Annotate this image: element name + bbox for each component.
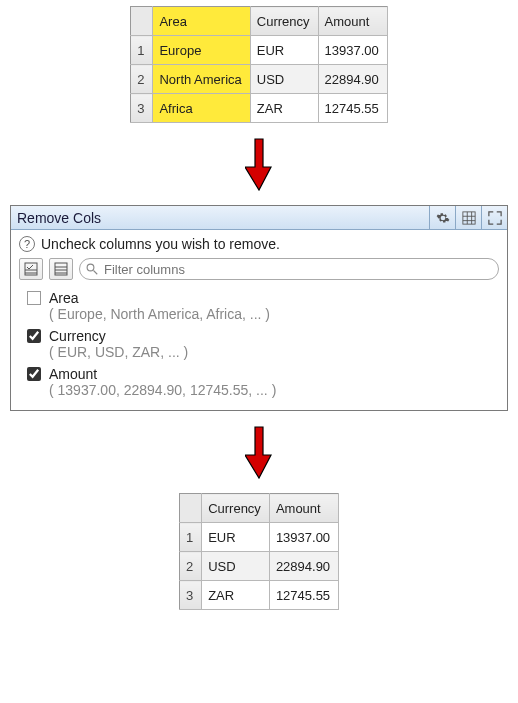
checkbox-currency[interactable] — [27, 329, 41, 343]
table-row: 3 Africa ZAR 12745.55 — [131, 94, 388, 123]
cell[interactable]: ZAR — [202, 581, 270, 610]
svg-point-7 — [87, 264, 94, 271]
instruction-text: Uncheck columns you wish to remove. — [41, 236, 280, 252]
remove-cols-panel: Remove Cols ? Uncheck columns you wish t… — [10, 205, 508, 411]
corner-cell — [179, 494, 201, 523]
table-row: 1 EUR 13937.00 — [179, 523, 338, 552]
row-header[interactable]: 1 — [179, 523, 201, 552]
row-header[interactable]: 2 — [131, 65, 153, 94]
grid-icon[interactable] — [455, 206, 481, 229]
svg-rect-0 — [462, 211, 474, 223]
cell[interactable]: 22894.90 — [269, 552, 338, 581]
col-header[interactable]: Currency — [250, 7, 318, 36]
panel-titlebar: Remove Cols — [11, 206, 507, 230]
select-all-button[interactable] — [19, 258, 43, 280]
column-name: Amount — [49, 366, 97, 382]
svg-line-8 — [94, 271, 98, 275]
row-header[interactable]: 3 — [179, 581, 201, 610]
table-row: 2 North America USD 22894.90 — [131, 65, 388, 94]
col-header[interactable]: Amount — [269, 494, 338, 523]
row-header[interactable]: 3 — [131, 94, 153, 123]
search-icon — [86, 263, 98, 275]
column-name: Area — [49, 290, 79, 306]
instruction-row: ? Uncheck columns you wish to remove. — [11, 230, 507, 256]
table-row: 2 USD 22894.90 — [179, 552, 338, 581]
panel-title: Remove Cols — [11, 206, 429, 229]
column-item-area: Area ( Europe, North America, Africa, ..… — [27, 288, 503, 326]
col-header[interactable]: Currency — [202, 494, 270, 523]
cell[interactable]: USD — [202, 552, 270, 581]
cell[interactable]: Africa — [153, 94, 250, 123]
column-name: Currency — [49, 328, 106, 344]
filter-input-wrap — [79, 258, 499, 280]
cell[interactable]: North America — [153, 65, 250, 94]
row-header[interactable]: 1 — [131, 36, 153, 65]
table-row: 1 Europe EUR 13937.00 — [131, 36, 388, 65]
cell[interactable]: ZAR — [250, 94, 318, 123]
cell[interactable]: USD — [250, 65, 318, 94]
filter-input[interactable] — [102, 261, 490, 278]
cell[interactable]: 12745.55 — [269, 581, 338, 610]
column-item-amount: Amount ( 13937.00, 22894.90, 12745.55, .… — [27, 364, 503, 402]
cell[interactable]: 13937.00 — [269, 523, 338, 552]
column-list: Area ( Europe, North America, Africa, ..… — [11, 286, 507, 410]
table-after: Currency Amount 1 EUR 13937.00 2 USD 228… — [179, 493, 339, 610]
cell[interactable]: Europe — [153, 36, 250, 65]
row-header[interactable]: 2 — [179, 552, 201, 581]
col-header[interactable]: Area — [153, 7, 250, 36]
cell[interactable]: 12745.55 — [318, 94, 387, 123]
table-row: 3 ZAR 12745.55 — [179, 581, 338, 610]
cell[interactable]: 22894.90 — [318, 65, 387, 94]
col-header[interactable]: Amount — [318, 7, 387, 36]
cell[interactable]: 13937.00 — [318, 36, 387, 65]
table-before: Area Currency Amount 1 Europe EUR 13937.… — [130, 6, 388, 123]
arrow-down-icon — [0, 123, 518, 205]
arrow-down-icon — [0, 411, 518, 493]
checkbox-area[interactable] — [27, 291, 41, 305]
cell[interactable]: EUR — [202, 523, 270, 552]
column-preview: ( Europe, North America, Africa, ... ) — [27, 306, 503, 322]
help-icon[interactable]: ? — [19, 236, 35, 252]
expand-icon[interactable] — [481, 206, 507, 229]
cell[interactable]: EUR — [250, 36, 318, 65]
select-none-button[interactable] — [49, 258, 73, 280]
gear-icon[interactable] — [429, 206, 455, 229]
corner-cell — [131, 7, 153, 36]
column-item-currency: Currency ( EUR, USD, ZAR, ... ) — [27, 326, 503, 364]
checkbox-amount[interactable] — [27, 367, 41, 381]
column-preview: ( 13937.00, 22894.90, 12745.55, ... ) — [27, 382, 503, 398]
column-preview: ( EUR, USD, ZAR, ... ) — [27, 344, 503, 360]
